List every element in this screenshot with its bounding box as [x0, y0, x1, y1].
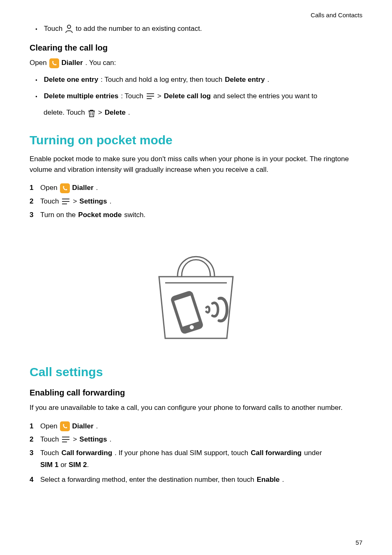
pocket-mode-label: Pocket mode — [78, 209, 122, 222]
text: Touch — [40, 447, 59, 460]
enabling-call-forwarding-heading: Enabling call forwarding — [30, 388, 362, 398]
text: > — [157, 91, 161, 102]
menu-icon — [61, 436, 70, 443]
dialler-app-icon — [60, 421, 70, 431]
dialler-label: Dialler — [62, 58, 83, 68]
delete-entry-label: Delete entry — [225, 74, 265, 85]
step-number: 4 — [30, 474, 38, 486]
text: Touch — [44, 23, 62, 34]
text: Open — [40, 182, 58, 194]
text: : Touch — [121, 91, 143, 102]
settings-label: Settings — [79, 433, 107, 446]
text: to add the number to an existing contact… — [76, 23, 202, 34]
text: . — [282, 474, 284, 486]
clearing-call-log-heading: Clearing the call log — [30, 43, 362, 53]
text: . — [128, 107, 130, 118]
dialler-app-icon — [60, 183, 70, 193]
text: and select the entries you want to — [213, 91, 317, 102]
dialler-label: Dialler — [72, 182, 94, 194]
settings-label: Settings — [79, 195, 107, 208]
step-number: 2 — [30, 433, 38, 446]
step-number: 1 — [30, 420, 38, 433]
person-icon — [65, 24, 73, 33]
delete-multiple-entries-line: Delete multiple entries: Touch > Delete … — [35, 91, 362, 102]
text: Open — [40, 420, 58, 433]
text: . You can: — [85, 58, 116, 68]
svg-point-0 — [67, 25, 71, 28]
sim2-label: SIM 2 — [69, 461, 87, 469]
pocket-mode-heading: Turning on pocket mode — [30, 133, 362, 147]
pocket-step-2: 2 Touch > Settings. — [30, 195, 362, 208]
header-section-label: Calls and Contacts — [30, 12, 362, 18]
pocket-step-3: 3 Turn on the Pocket mode switch. — [30, 209, 362, 222]
callfwd-step-1: 1 Open Dialler. — [30, 420, 362, 433]
delete-multiple-entries-line-2: delete. Touch > Delete. — [44, 107, 362, 118]
pocket-step-1: 1 Open Dialler. — [30, 182, 362, 194]
step-number: 3 — [30, 209, 38, 222]
page-number: 57 — [355, 539, 362, 546]
dialler-label: Dialler — [72, 420, 94, 433]
dialler-app-icon — [49, 58, 59, 68]
text: delete. Touch — [44, 107, 85, 118]
text: Select a forwarding method, enter the de… — [40, 474, 254, 486]
text: . If your phone has dual SIM support, to… — [115, 447, 248, 460]
text: . — [109, 195, 111, 208]
text: Turn on the — [40, 209, 76, 222]
text: > — [73, 433, 77, 446]
sim1-label: SIM 1 — [40, 461, 58, 469]
text: > — [73, 195, 77, 208]
step-number: 1 — [30, 182, 38, 194]
text: . — [87, 461, 89, 469]
trash-icon — [88, 109, 96, 118]
text: . — [96, 182, 98, 194]
text: Open — [30, 58, 47, 68]
call-forwarding-label: Call forwarding — [61, 447, 112, 460]
callfwd-step-2: 2 Touch > Settings. — [30, 433, 362, 446]
text: . — [267, 74, 270, 85]
call-forwarding-intro: If you are unavailable to take a call, y… — [30, 402, 362, 413]
text: : Touch and hold a log entry, then touch — [101, 74, 222, 85]
text: Touch — [40, 433, 59, 446]
text: under — [304, 447, 322, 460]
text: . — [96, 420, 98, 433]
step-number: 3 — [30, 447, 38, 460]
callfwd-step-3: 3 Touch Call forwarding. If your phone h… — [30, 447, 362, 460]
pocket-mode-illustration — [30, 238, 362, 345]
callfwd-step-4: 4 Select a forwarding method, enter the … — [30, 474, 362, 486]
menu-icon — [61, 198, 70, 205]
label: Delete multiple entries — [44, 91, 118, 102]
svg-rect-12 — [174, 296, 199, 327]
text: switch. — [124, 209, 145, 222]
delete-call-log-label: Delete call log — [164, 91, 211, 102]
step-number: 2 — [30, 195, 38, 208]
callfwd-step-3-line2: SIM 1 or SIM 2. — [40, 459, 362, 471]
delete-one-entry-line: Delete one entry: Touch and hold a log e… — [35, 74, 362, 85]
call-settings-heading: Call settings — [30, 365, 362, 379]
text: or — [58, 461, 69, 469]
text: > — [98, 107, 102, 118]
pocket-mode-intro: Enable pocket mode to make sure you don'… — [30, 154, 362, 176]
add-to-contact-line: Touch to add the number to an existing c… — [35, 23, 362, 34]
label: Delete one entry — [44, 74, 98, 85]
menu-icon — [146, 92, 155, 100]
text: Touch — [40, 195, 59, 208]
delete-label: Delete — [105, 107, 126, 118]
open-dialler-line: Open Dialler. You can: — [30, 58, 362, 68]
call-forwarding-label: Call forwarding — [251, 447, 302, 460]
enable-label: Enable — [257, 474, 280, 486]
text: . — [109, 433, 111, 446]
